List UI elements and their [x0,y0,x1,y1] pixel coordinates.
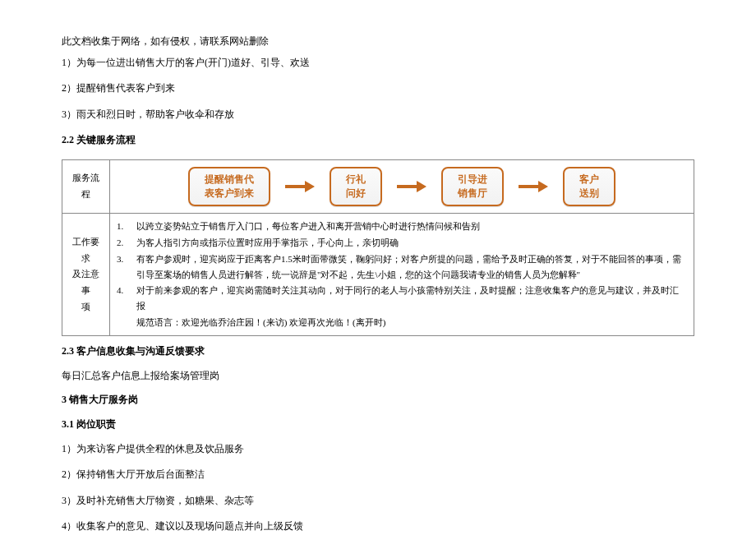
heading-2-3: 2.3 客户信息收集与沟通反馈要求 [62,343,694,361]
requirements-list: 1. 以跨立姿势站立于销售厅入门口，每位客户进入和离开营销中心时进行热情问候和告… [117,219,687,330]
req-num: 3. [117,251,136,282]
row-label-req: 工作要求 及注意事 项 [62,214,110,336]
req-num [117,315,136,330]
duty-item: 1）为来访客户提供全程的休息及饮品服务 [62,440,694,459]
req-text: 为客人指引方向或指示位置时应用手掌指示，手心向上，亲切明确 [136,235,399,251]
duties-list: 1）为来访客户提供全程的休息及饮品服务 2）保持销售大厅开放后台面整洁 3）及时… [62,440,694,535]
duty-item: 3）及时补充销售大厅物资，如糖果、杂志等 [62,492,694,510]
heading-2-2: 2.2 关键服务流程 [62,131,694,150]
req-text: 有客户参观时，迎宾岗应于距离客户1.5米时面带微笑，鞠躬问好；对客户所提的问题，… [136,251,687,282]
req-text: 规范语言：欢迎光临乔治庄园！(来访) 欢迎再次光临！(离开时) [136,315,385,330]
duty-item: 4）收集客户的意见、建议以及现场问题点并向上级反馈 [62,518,694,535]
process-table: 服务流程 提醒销售代 表客户到来 行礼 问好 引导进 销售厅 客户 送别 工作要… [62,159,694,336]
arrow-right-icon [285,180,315,193]
req-item: 1. 以跨立姿势站立于销售厅入门口，每位客户进入和离开营销中心时进行热情问候和告… [117,219,687,234]
intro-item: 3）雨天和烈日时，帮助客户收伞和存放 [62,106,694,124]
requirements-cell: 1. 以跨立姿势站立于销售厅入门口，每位客户进入和离开营销中心时进行热情问候和告… [110,214,694,336]
intro-item: 2）提醒销售代表客户到来 [62,80,694,98]
req-num: 1. [117,219,136,234]
duty-item: 2）保持销售大厅开放后台面整洁 [62,466,694,484]
heading-3: 3 销售大厅服务岗 [62,391,694,409]
req-item: 规范语言：欢迎光临乔治庄园！(来访) 欢迎再次光临！(离开时) [117,315,687,330]
req-num: 4. [117,283,136,313]
intro-item: 1）为每一位进出销售大厅的客户(开门)道好、引导、欢送 [62,54,694,72]
top-notice: 此文档收集于网络，如有侵权，请联系网站删除 [62,33,694,51]
req-item: 4. 对于前来参观的客户，迎宾岗需随时关注其动向，对于同行的老人与小孩需特别关注… [117,283,687,313]
req-text: 以跨立姿势站立于销售厅入门口，每位客户进入和离开营销中心时进行热情问候和告别 [136,219,480,234]
flow-step-4: 客户 送别 [563,167,615,207]
flow-container: 提醒销售代 表客户到来 行礼 问好 引导进 销售厅 客户 送别 [117,167,687,207]
arrow-right-icon [519,180,548,193]
req-item: 3. 有客户参观时，迎宾岗应于距离客户1.5米时面带微笑，鞠躬问好；对客户所提的… [117,251,687,282]
sub-2-3: 每日汇总客户信息上报给案场管理岗 [62,367,694,385]
req-text: 对于前来参观的客户，迎宾岗需随时关注其动向，对于同行的老人与小孩需特别关注，及时… [136,283,687,313]
flow-step-3: 引导进 销售厅 [441,167,504,207]
req-num: 2. [117,235,136,251]
intro-list: 1）为每一位进出销售大厅的客户(开门)道好、引导、欢送 2）提醒销售代表客户到来… [62,54,694,124]
req-item: 2. 为客人指引方向或指示位置时应用手掌指示，手心向上，亲切明确 [117,235,687,251]
flow-step-1: 提醒销售代 表客户到来 [188,167,270,207]
row-label-flow: 服务流程 [62,159,110,214]
flow-step-2: 行礼 问好 [330,167,382,207]
flow-cell: 提醒销售代 表客户到来 行礼 问好 引导进 销售厅 客户 送别 [110,159,694,214]
arrow-right-icon [397,180,426,193]
heading-3-1: 3.1 岗位职责 [62,416,694,434]
